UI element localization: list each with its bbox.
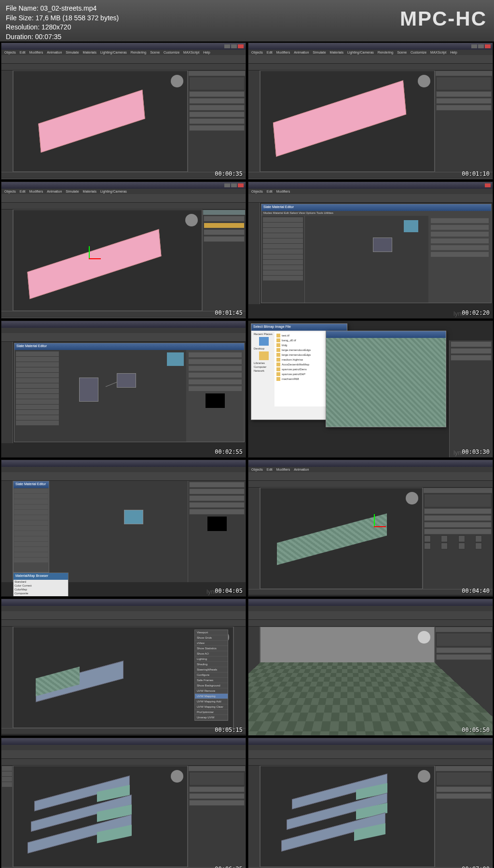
toolbar-secondary[interactable] — [1, 64, 246, 70]
context-item[interactable]: Show Statistics — [195, 646, 228, 651]
material-browser-panel[interactable] — [261, 216, 305, 303]
toolbar-secondary[interactable] — [248, 64, 493, 70]
maximize-icon[interactable] — [231, 44, 237, 48]
menu-bar[interactable]: ObjectsEditModifiersAnimationSimulateMat… — [1, 50, 246, 55]
left-panel[interactable] — [1, 627, 13, 728]
viewport[interactable] — [260, 627, 435, 728]
menu-bar[interactable] — [1, 467, 246, 472]
left-panel[interactable] — [248, 203, 260, 304]
desktop-icon[interactable] — [259, 337, 269, 346]
viewport[interactable]: Viewport Show Grids xView Show Statistic… — [13, 627, 233, 728]
toolbar[interactable] — [248, 611, 493, 620]
menu-bar[interactable] — [1, 328, 246, 333]
command-panel[interactable] — [233, 627, 246, 728]
close-icon[interactable] — [485, 44, 491, 48]
panel-tab[interactable] — [436, 627, 492, 632]
viewport[interactable] — [13, 766, 188, 867]
viewport[interactable] — [13, 70, 188, 172]
command-panel[interactable] — [188, 70, 246, 172]
context-item[interactable]: Shading — [195, 662, 228, 667]
viewport[interactable] — [13, 210, 202, 311]
command-panel[interactable] — [435, 70, 493, 172]
command-panel[interactable] — [423, 488, 493, 589]
material-browser-panel[interactable] — [14, 350, 60, 442]
menu-bar[interactable] — [1, 606, 246, 611]
node-canvas[interactable] — [114, 490, 158, 573]
command-panel[interactable] — [202, 210, 246, 311]
node-canvas[interactable] — [305, 216, 428, 303]
command-panel[interactable] — [435, 627, 493, 728]
material-node[interactable] — [373, 238, 392, 252]
menu-bar[interactable] — [1, 745, 246, 750]
context-item[interactable]: UVW Mapping Clear — [195, 704, 228, 710]
panel-tab[interactable] — [436, 766, 492, 771]
toolbar[interactable] — [1, 55, 246, 64]
context-item[interactable]: UVW Remove — [195, 688, 228, 694]
minimize-icon[interactable] — [224, 183, 230, 187]
minimize-icon[interactable] — [224, 44, 230, 48]
toolbar[interactable] — [1, 194, 246, 203]
viewcube-icon[interactable] — [418, 75, 430, 87]
menu-bar[interactable] — [248, 606, 493, 611]
toolbar[interactable] — [248, 750, 493, 759]
context-item[interactable]: Show Background — [195, 683, 228, 688]
left-panel[interactable] — [248, 488, 260, 589]
viewcube-icon[interactable] — [185, 214, 198, 226]
left-panel[interactable] — [1, 481, 13, 582]
context-item[interactable]: SteeringWheels — [195, 667, 228, 672]
left-panel[interactable] — [1, 342, 13, 443]
material-params-panel[interactable] — [428, 216, 491, 303]
viewcube-icon[interactable] — [171, 75, 183, 87]
toolbar[interactable] — [1, 611, 246, 620]
command-panel[interactable] — [188, 766, 246, 867]
context-item[interactable]: Safe Frames — [195, 678, 228, 683]
maximize-icon[interactable] — [478, 44, 484, 48]
toolbar[interactable] — [1, 333, 246, 342]
viewcube-icon[interactable] — [171, 770, 183, 783]
menu-bar[interactable]: ObjectsEditModifiersAnimation — [248, 467, 493, 472]
left-panel[interactable] — [1, 70, 13, 172]
toolbar[interactable] — [1, 750, 246, 759]
context-item[interactable]: ProOptimizer — [195, 710, 228, 715]
left-panel[interactable] — [248, 766, 260, 867]
viewport[interactable] — [260, 766, 435, 867]
toolbar-secondary[interactable] — [1, 620, 246, 627]
maximize-icon[interactable] — [231, 183, 237, 187]
viewport[interactable] — [260, 70, 435, 172]
context-item[interactable]: xView — [195, 641, 228, 646]
toolbar[interactable] — [248, 194, 493, 203]
toolbar-secondary[interactable] — [1, 759, 246, 766]
left-panel[interactable] — [1, 210, 13, 311]
node-canvas[interactable] — [60, 350, 186, 442]
menu-bar[interactable]: ObjectsEditModifiersAnimationSimulateMat… — [248, 50, 493, 55]
left-panel[interactable] — [1, 766, 13, 867]
material-params-panel[interactable] — [188, 481, 246, 582]
panel-tab[interactable] — [203, 210, 245, 215]
browser-list[interactable] — [14, 489, 49, 562]
toolbar[interactable] — [1, 472, 246, 481]
context-item[interactable]: Unwrap UVW — [195, 715, 228, 720]
panel-tab[interactable] — [424, 488, 492, 493]
context-item[interactable]: Configure — [195, 672, 228, 678]
menu-bar[interactable] — [248, 745, 493, 750]
context-item[interactable]: Viewport — [195, 630, 228, 635]
material-node[interactable] — [124, 510, 143, 524]
toolbar-secondary[interactable] — [248, 759, 493, 766]
context-item[interactable]: UVW Mapping Add — [195, 699, 228, 704]
close-icon[interactable] — [238, 183, 244, 187]
toolbar-secondary[interactable] — [1, 203, 246, 210]
context-item[interactable]: Show Grids — [195, 635, 228, 641]
minimize-icon[interactable] — [471, 44, 477, 48]
map-list[interactable]: StandardColor CorrectColorMapCompositeDe… — [14, 580, 68, 597]
toolbar-secondary[interactable] — [248, 620, 493, 627]
material-menu-bar[interactable]: Modes Material Edit Select View Options … — [261, 211, 491, 216]
viewport[interactable] — [260, 488, 423, 589]
menu-bar[interactable]: ObjectsEditModifiers — [248, 189, 493, 194]
material-params-panel[interactable] — [186, 350, 244, 442]
left-panel[interactable] — [248, 70, 260, 172]
menu-bar[interactable]: ObjectsEditModifiersAnimationSimulateMat… — [1, 189, 246, 194]
places-panel[interactable]: Recent Places Desktop Libraries Computer… — [253, 332, 274, 406]
panel-tab[interactable] — [436, 71, 492, 76]
context-item[interactable]: Show AO — [195, 651, 228, 657]
viewcube-icon[interactable] — [418, 770, 430, 783]
